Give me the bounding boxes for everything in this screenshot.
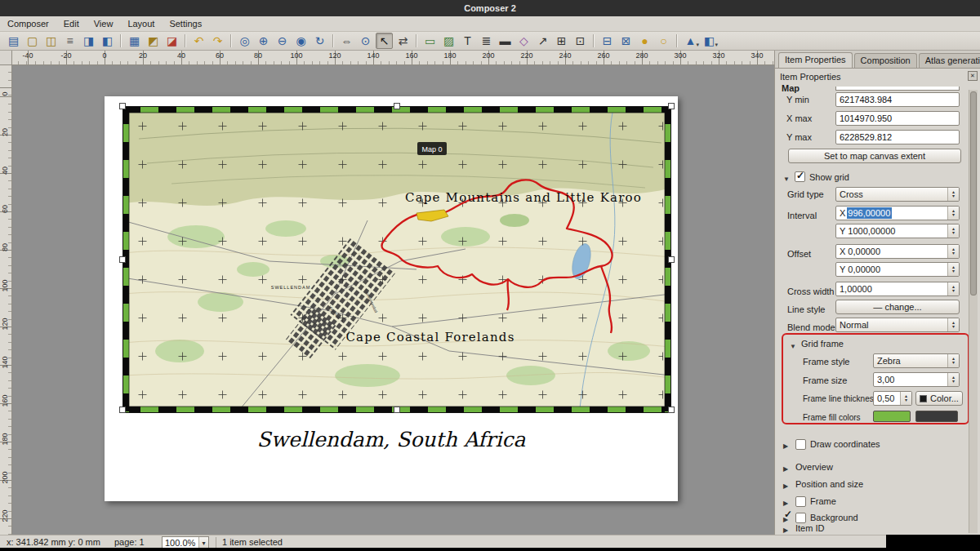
menubar: Composer Edit View Layout Settings [0,16,980,32]
load-from-template-icon[interactable]: ◨ [80,33,97,49]
window-titlebar: Composer 2 [0,0,980,16]
composition-manager-icon[interactable]: ≡ [61,33,78,49]
menu-settings[interactable]: Settings [162,17,209,30]
zoom-actual-size-icon[interactable]: ◉ [292,33,310,49]
selection-handle[interactable] [394,103,400,109]
add-new-label-icon[interactable]: T [459,33,476,49]
add-image-icon[interactable]: ▨ [440,33,457,49]
section-draw-coordinates[interactable]: Draw coordinates [783,438,880,451]
save-project-icon[interactable]: ▤ [5,33,22,49]
menu-layout[interactable]: Layout [120,17,162,30]
svg-text:Map 0: Map 0 [421,145,442,153]
selection-handle[interactable] [119,256,126,263]
composition-page[interactable]: SWELLENDAM Voortrek Swellengrebel Cape M… [105,96,678,501]
selection-handle[interactable] [394,407,400,413]
zoom-full-icon[interactable]: ◎ [236,33,253,49]
ruler-mark: 80 [1,240,9,255]
export-as-image-icon[interactable]: ▦ [126,33,143,49]
group-items-icon[interactable]: ⊟ [599,33,616,49]
add-basic-shape-icon[interactable]: ◇ [515,33,532,49]
ungroup-items-icon[interactable]: ⊠ [617,33,635,49]
select-move-item-icon[interactable]: ↖ [376,33,393,49]
expander-icon[interactable] [783,524,791,532]
export-as-svg-icon[interactable]: ◩ [145,33,162,49]
panel-scrollbar[interactable] [969,90,978,533]
toolbar-separator [676,34,678,47]
lock-selected-items-icon[interactable]: ● [636,33,653,49]
ruler-mark: 20 [139,51,147,60]
zoom-value: 100.0% [163,538,198,548]
add-new-scalebar-icon[interactable]: ▬ [497,33,514,49]
section-position-and-size[interactable]: Position and size [783,478,863,491]
panel-collapsed-sections: Draw coordinatesOverviewPosition and siz… [775,51,980,535]
raise-selected-items-icon[interactable]: ▲▾ [682,33,699,49]
ruler-mark: 0 [102,51,106,60]
ruler-mark: 60 [1,202,9,216]
selection-handle[interactable] [119,407,126,413]
ruler-mark: 180 [443,51,456,60]
undo-icon[interactable]: ↶ [190,33,207,49]
expander-icon[interactable] [783,480,791,488]
ruler-corner [0,51,12,65]
section-frame-checkbox[interactable] [795,496,806,507]
section-draw-coordinates-checkbox[interactable] [795,439,806,450]
toolbar-separator [593,34,595,47]
zoom-tool-icon[interactable]: ⊙ [357,33,374,49]
map-title-label[interactable]: Swellendam, South Africa [105,428,678,451]
selection-handle[interactable] [668,256,675,263]
ruler-mark: -40 [22,51,33,60]
menu-composer[interactable]: Composer [0,17,56,30]
section-label: Overview [795,462,833,472]
selection-handle[interactable] [119,103,126,109]
redo-icon[interactable]: ↷ [209,33,226,49]
map-item-id-tooltip: Map 0 [417,142,447,155]
horizontal-ruler: -40-200204060801001201401601802002202402… [12,51,774,65]
duplicate-composition-icon[interactable]: ◫ [42,33,60,49]
region-label-top: Cape Mountains and Little Karoo [405,190,642,205]
selection-handle[interactable] [668,407,675,413]
expander-icon[interactable] [783,463,791,471]
panel-scrollbar-thumb[interactable] [970,91,977,295]
refresh-view-icon[interactable]: ↻ [311,33,328,49]
align-items-icon[interactable]: ◧▾ [701,33,718,49]
move-item-content-icon[interactable]: ⇄ [394,33,412,49]
section-overview[interactable]: Overview [783,460,833,473]
ruler-mark: 340 [751,51,763,60]
composer-canvas[interactable]: SWELLENDAM Voortrek Swellengrebel Cape M… [12,65,774,535]
add-html-frame-icon[interactable]: ⊡ [572,33,589,49]
toolbar-separator [185,34,186,47]
dropdown-arrow-icon[interactable] [198,537,208,548]
selection-handle[interactable] [668,103,675,109]
section-item-id[interactable]: Item ID [783,522,824,535]
new-composition-icon[interactable]: ▢ [24,33,41,49]
menu-view[interactable]: View [87,17,121,30]
map-item[interactable]: SWELLENDAM Voortrek Swellengrebel Cape M… [122,106,671,413]
add-attribute-table-icon[interactable]: ⊞ [553,33,570,49]
toolbar-separator [230,34,232,47]
unlock-all-icon[interactable]: ○ [655,33,672,49]
menu-edit[interactable]: Edit [56,17,87,30]
export-as-pdf-icon[interactable]: ◪ [163,33,180,49]
pan-icon[interactable]: ⇔ [338,33,355,49]
map-render: SWELLENDAM Voortrek Swellengrebel Cape M… [122,106,671,413]
zoom-out-icon[interactable]: ⊖ [274,33,291,49]
add-arrow-icon[interactable]: ↗ [534,33,551,49]
expander-icon[interactable] [783,497,791,505]
vertical-ruler: 020406080100120140160180200220 [0,65,12,535]
ruler-mark: 140 [367,51,379,60]
ruler-mark: 20 [1,125,9,140]
add-new-legend-icon[interactable]: ≣ [478,33,495,49]
ruler-mark: 200 [1,470,9,485]
ruler-mark: 220 [520,51,532,60]
ruler-mark: 240 [559,51,571,60]
statusbar: x: 341.842 mm y: 0 mm page: 1 100.0% 1 i… [0,535,886,549]
expander-icon[interactable] [783,440,791,448]
toolbar-separator [332,34,334,47]
ruler-mark: 80 [254,51,262,60]
save-as-template-icon[interactable]: ◧ [99,33,116,49]
add-new-map-icon[interactable]: ▭ [421,33,439,49]
zoom-level-combo[interactable]: 100.0% [162,536,209,549]
ruler-mark: 100 [1,278,9,293]
section-frame[interactable]: Frame [783,495,836,508]
zoom-in-icon[interactable]: ⊕ [255,33,272,49]
